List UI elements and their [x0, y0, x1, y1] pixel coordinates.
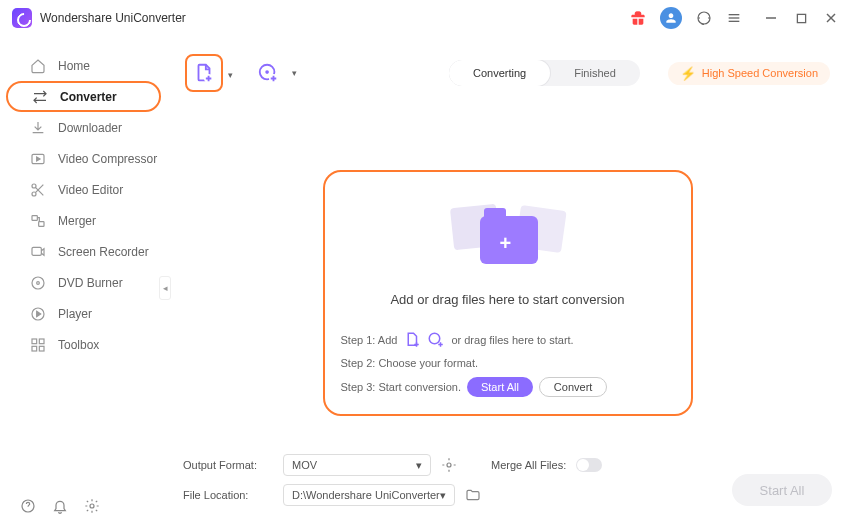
sidebar-item-label: Video Compressor — [58, 152, 157, 166]
add-dvd-button[interactable]: ▾ — [249, 54, 287, 92]
toolbar: ▾ ▾ Converting Finished ⚡ High Speed Con… — [179, 54, 836, 92]
file-location-label: File Location: — [183, 489, 273, 501]
svg-rect-10 — [32, 215, 37, 220]
output-format-select[interactable]: MOV ▾ — [283, 454, 431, 476]
sidebar-item-label: DVD Burner — [58, 276, 123, 290]
svg-rect-4 — [797, 14, 805, 22]
chevron-down-icon: ▾ — [416, 459, 422, 472]
sidebar-item-editor[interactable]: Video Editor — [6, 174, 161, 205]
gift-icon[interactable] — [630, 10, 646, 26]
svg-point-21 — [90, 504, 94, 508]
sidebar-item-label: Screen Recorder — [58, 245, 149, 259]
dropzone[interactable]: + Add or drag files here to start conver… — [323, 170, 693, 416]
svg-rect-18 — [32, 346, 37, 351]
app-title: Wondershare UniConverter — [40, 11, 186, 25]
step-3: Step 3: Start conversion. Start All Conv… — [341, 377, 675, 397]
output-format-label: Output Format: — [183, 459, 273, 471]
add-file-icon — [403, 331, 421, 349]
svg-point-14 — [37, 281, 40, 284]
content-area: ▾ ▾ Converting Finished ⚡ High Speed Con… — [165, 36, 850, 528]
compressor-icon — [30, 151, 46, 167]
tab-converting[interactable]: Converting — [449, 60, 550, 86]
settings-icon[interactable] — [84, 498, 100, 514]
sidebar-item-downloader[interactable]: Downloader — [6, 112, 161, 143]
help-icon[interactable] — [20, 498, 36, 514]
close-button[interactable] — [824, 11, 838, 25]
sidebar-item-dvd[interactable]: DVD Burner — [6, 267, 161, 298]
sidebar-item-compressor[interactable]: Video Compressor — [6, 143, 161, 174]
add-file-button[interactable]: ▾ — [185, 54, 223, 92]
converter-icon — [32, 89, 48, 105]
sidebar-item-label: Converter — [60, 90, 117, 104]
file-location-select[interactable]: D:\Wondershare UniConverter ▾ — [283, 484, 455, 506]
notification-icon[interactable] — [52, 498, 68, 514]
sidebar-item-label: Toolbox — [58, 338, 99, 352]
dvd-icon — [30, 275, 46, 291]
minimize-button[interactable] — [764, 11, 778, 25]
open-folder-icon[interactable] — [465, 487, 481, 503]
step-2: Step 2: Choose your format. — [341, 357, 675, 369]
svg-rect-12 — [32, 247, 41, 255]
sidebar-item-label: Merger — [58, 214, 96, 228]
svg-point-13 — [32, 277, 44, 289]
sidebar-item-player[interactable]: Player — [6, 298, 161, 329]
play-icon — [30, 306, 46, 322]
titlebar: Wondershare UniConverter — [0, 0, 850, 36]
high-speed-button[interactable]: ⚡ High Speed Conversion — [668, 62, 830, 85]
sidebar-item-merger[interactable]: Merger — [6, 205, 161, 236]
sidebar-item-recorder[interactable]: Screen Recorder — [6, 236, 161, 267]
tab-finished[interactable]: Finished — [550, 60, 640, 86]
step-1: Step 1: Add or drag files here to start. — [341, 331, 675, 349]
dropzone-text: Add or drag files here to start conversi… — [390, 292, 624, 307]
sidebar-item-label: Video Editor — [58, 183, 123, 197]
merge-label: Merge All Files: — [491, 459, 566, 471]
menu-icon[interactable] — [726, 10, 742, 26]
sidebar: Home Converter Downloader Video Compress… — [0, 36, 165, 528]
svg-rect-11 — [39, 221, 44, 226]
svg-point-27 — [447, 463, 451, 467]
support-icon[interactable] — [696, 10, 712, 26]
merger-icon — [30, 213, 46, 229]
scissors-icon — [30, 182, 46, 198]
chevron-down-icon: ▾ — [292, 68, 297, 78]
svg-point-24 — [265, 70, 269, 74]
sidebar-item-label: Home — [58, 59, 90, 73]
app-logo-icon — [12, 8, 32, 28]
sidebar-item-home[interactable]: Home — [6, 50, 161, 81]
sidebar-item-converter[interactable]: Converter — [6, 81, 161, 112]
steps: Step 1: Add or drag files here to start.… — [341, 331, 675, 397]
convert-button[interactable]: Convert — [539, 377, 608, 397]
svg-rect-19 — [39, 346, 44, 351]
home-icon — [30, 58, 46, 74]
download-icon — [30, 120, 46, 136]
sidebar-item-label: Player — [58, 307, 92, 321]
tabs: Converting Finished — [449, 60, 640, 86]
add-dvd-icon — [427, 331, 445, 349]
sidebar-item-toolbox[interactable]: Toolbox — [6, 329, 161, 360]
svg-point-9 — [32, 192, 36, 196]
start-all-main-button[interactable]: Start All — [732, 474, 832, 506]
bottom-bar: Output Format: MOV ▾ Merge All Files: Fi… — [165, 444, 850, 528]
merge-toggle[interactable] — [576, 458, 602, 472]
start-all-button[interactable]: Start All — [467, 377, 533, 397]
svg-rect-16 — [32, 339, 37, 344]
svg-point-26 — [430, 333, 441, 344]
high-speed-label: High Speed Conversion — [702, 67, 818, 79]
bolt-icon: ⚡ — [680, 66, 696, 81]
toolbox-icon — [30, 337, 46, 353]
user-avatar-icon[interactable] — [660, 7, 682, 29]
svg-rect-17 — [39, 339, 44, 344]
output-settings-icon[interactable] — [441, 457, 457, 473]
recorder-icon — [30, 244, 46, 260]
sidebar-item-label: Downloader — [58, 121, 122, 135]
chevron-down-icon: ▾ — [228, 70, 233, 80]
maximize-button[interactable] — [794, 11, 808, 25]
chevron-down-icon: ▾ — [440, 489, 446, 502]
svg-point-8 — [32, 184, 36, 188]
folder-plus-icon: + — [448, 196, 568, 276]
